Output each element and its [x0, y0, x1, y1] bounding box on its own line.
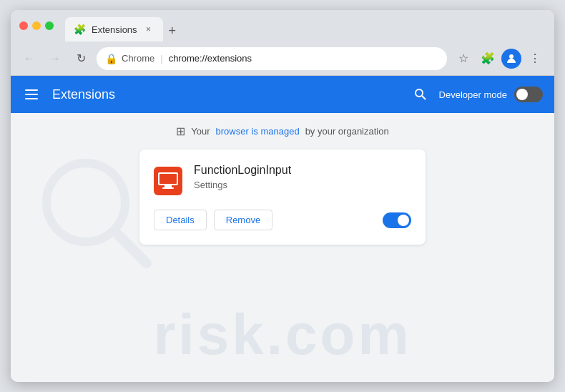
url-chrome-text: Chrome	[122, 53, 154, 64]
active-tab[interactable]: 🧩 Extensions ×	[65, 17, 163, 41]
svg-point-1	[416, 89, 423, 97]
toolbar-right: ☆ 🧩 ⋮	[453, 48, 546, 69]
new-tab-button[interactable]: +	[163, 20, 182, 41]
extension-name: FunctionLoginInput	[194, 164, 411, 177]
url-bar[interactable]: 🔒 Chrome | chrome://extensions	[97, 47, 447, 70]
browser-window: 🧩 Extensions × + ← → ↻ 🔒 Chrome | chrome…	[11, 10, 554, 382]
tab-close-button[interactable]: ×	[143, 24, 154, 35]
extension-info: FunctionLoginInput Settings	[194, 164, 411, 190]
bookmark-button[interactable]: ☆	[453, 48, 474, 69]
url-separator: |	[160, 53, 162, 64]
reload-button[interactable]: ↻	[71, 49, 91, 69]
forward-button[interactable]: →	[45, 49, 65, 69]
tab-favicon-icon: 🧩	[74, 24, 86, 35]
extensions-toolbar-button[interactable]: 🧩	[477, 48, 498, 69]
tab-title: Extensions	[92, 24, 137, 35]
developer-mode-label: Developer mode	[439, 89, 507, 100]
minimize-button[interactable]	[32, 21, 41, 30]
toggle-knob	[516, 89, 528, 100]
extensions-page-title: Extensions	[52, 87, 409, 102]
details-button[interactable]: Details	[154, 210, 207, 230]
url-path-text: chrome://extensions	[169, 53, 252, 64]
svg-rect-6	[159, 174, 177, 184]
extension-card: FunctionLoginInput Settings Details Remo…	[139, 150, 426, 245]
extension-enable-toggle[interactable]	[383, 212, 411, 228]
close-button[interactable]	[19, 21, 28, 30]
svg-rect-8	[162, 187, 174, 189]
developer-mode-area: Developer mode	[409, 83, 543, 106]
extension-card-footer: Details Remove	[154, 210, 411, 230]
profile-button[interactable]	[501, 49, 521, 69]
magnifier-watermark	[39, 156, 154, 270]
managed-icon: ⊞	[176, 124, 185, 138]
extension-toggle-knob	[398, 215, 409, 226]
extensions-header: Extensions Developer mode	[11, 76, 554, 113]
maximize-button[interactable]	[45, 21, 54, 30]
remove-button[interactable]: Remove	[214, 210, 272, 230]
extension-card-header: FunctionLoginInput Settings	[154, 164, 411, 195]
title-bar: 🧩 Extensions × +	[11, 10, 554, 41]
managed-notice: ⊞ Your browser is managed by your organi…	[22, 124, 543, 138]
back-button[interactable]: ←	[19, 49, 39, 69]
managed-browser-link[interactable]: browser is managed	[216, 126, 300, 137]
svg-line-2	[422, 96, 426, 99]
search-extensions-button[interactable]	[409, 83, 432, 106]
extension-subtitle: Settings	[194, 180, 411, 190]
watermark-text: risk.com	[153, 302, 411, 368]
svg-point-0	[509, 54, 514, 59]
extensions-content: risk.com ⊞ Your browser is managed by yo…	[11, 113, 554, 382]
extension-icon	[154, 167, 182, 195]
address-bar: ← → ↻ 🔒 Chrome | chrome://extensions ☆ 🧩…	[11, 41, 554, 76]
managed-text-after: by your organization	[305, 126, 389, 137]
tab-bar: 🧩 Extensions × +	[65, 10, 182, 41]
managed-text-before: Your	[191, 126, 210, 137]
svg-point-3	[46, 163, 125, 242]
developer-mode-toggle[interactable]	[514, 87, 543, 102]
security-icon: 🔒	[105, 53, 117, 64]
chrome-menu-button[interactable]: ⋮	[524, 48, 546, 69]
hamburger-menu-button[interactable]	[22, 87, 41, 102]
window-controls	[19, 21, 54, 30]
svg-rect-7	[164, 185, 172, 187]
